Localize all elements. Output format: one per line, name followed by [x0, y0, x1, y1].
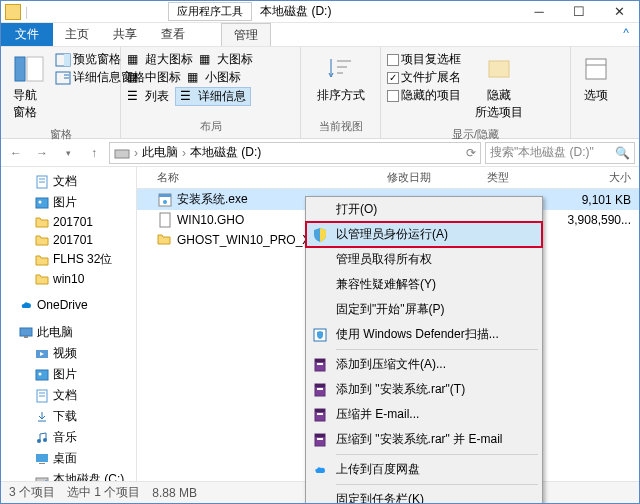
tree-item[interactable]: 文档 [1, 171, 136, 192]
menu-item[interactable]: 打开(O) [306, 197, 542, 222]
svg-rect-40 [315, 359, 325, 362]
minimize-button[interactable]: ─ [519, 1, 559, 23]
view-tab[interactable]: 查看 [149, 23, 197, 46]
svg-rect-30 [36, 454, 48, 462]
search-input[interactable]: 搜索"本地磁盘 (D:)" 🔍 [485, 142, 635, 164]
home-tab[interactable]: 主页 [53, 23, 101, 46]
menu-item[interactable]: 添加到 "安装系统.rar"(T) [306, 377, 542, 402]
menu-item[interactable]: 以管理员身份运行(A) [306, 222, 542, 247]
svg-rect-50 [317, 438, 323, 440]
svg-rect-3 [64, 54, 70, 66]
share-tab[interactable]: 共享 [101, 23, 149, 46]
menu-item[interactable]: 兼容性疑难解答(Y) [306, 272, 542, 297]
layout-s[interactable]: ▦小图标 [187, 69, 241, 86]
svg-rect-31 [39, 463, 45, 464]
svg-point-23 [39, 372, 42, 375]
tree-item[interactable]: 201701 [1, 213, 136, 231]
sort-icon [325, 53, 357, 85]
tree-item[interactable]: 此电脑 [1, 322, 136, 343]
tree-item[interactable]: 图片 [1, 192, 136, 213]
checkbox-icon [387, 90, 399, 102]
doc-icon [35, 175, 49, 189]
menu-separator [336, 349, 538, 350]
tree-item[interactable]: 文档 [1, 385, 136, 406]
defender-icon [312, 327, 328, 343]
menu-item[interactable]: 压缩到 "安装系统.rar" 并 E-mail [306, 427, 542, 452]
tree-item[interactable]: 桌面 [1, 448, 136, 469]
ribbon-collapse-icon[interactable]: ^ [613, 23, 639, 46]
maximize-button[interactable]: ☐ [559, 1, 599, 23]
xl-icon: ▦ [127, 52, 143, 68]
svg-rect-0 [15, 57, 25, 81]
svg-point-28 [37, 439, 41, 443]
pc-icon [19, 326, 33, 340]
svg-rect-20 [24, 336, 28, 338]
close-button[interactable]: ✕ [599, 1, 639, 23]
video-icon [35, 347, 49, 361]
col-type[interactable]: 类型 [479, 167, 559, 188]
menu-item[interactable]: 固定到"开始"屏幕(P) [306, 297, 542, 322]
column-headers[interactable]: 名称 修改日期 类型 大小 [137, 167, 639, 189]
menu-item[interactable]: 使用 Windows Defender扫描... [306, 322, 542, 347]
svg-rect-13 [115, 150, 129, 158]
svg-rect-35 [159, 194, 171, 197]
rar-icon [312, 432, 328, 448]
tree-item[interactable]: 201701 [1, 231, 136, 249]
options-button[interactable]: 选项 [575, 49, 617, 108]
doc-icon [35, 389, 49, 403]
manage-tab[interactable]: 管理 [221, 23, 271, 46]
col-size[interactable]: 大小 [559, 167, 639, 188]
nav-pane-button[interactable]: 导航窗格 [5, 49, 53, 125]
file-icon [157, 212, 173, 228]
folder-icon [35, 272, 49, 286]
nav-pane-icon [13, 53, 45, 85]
recent-button[interactable]: ▾ [57, 142, 79, 164]
selection-size: 8.88 MB [152, 486, 197, 500]
forward-button[interactable]: → [31, 142, 53, 164]
extensions-toggle[interactable]: ✓文件扩展名 [387, 69, 461, 86]
onedrive-icon [19, 298, 33, 312]
tree-item[interactable]: 音乐 [1, 427, 136, 448]
menu-item[interactable]: 固定到任务栏(K) [306, 487, 542, 504]
refresh-icon[interactable]: ⟳ [466, 146, 476, 160]
nav-tree[interactable]: 文档图片201701201701FLHS 32位win10OneDrive此电脑… [1, 167, 137, 481]
hidden-toggle[interactable]: 隐藏的项目 [387, 87, 461, 104]
menu-item[interactable]: 上传到百度网盘 [306, 457, 542, 482]
tree-item[interactable]: FLHS 32位 [1, 249, 136, 270]
svg-rect-47 [317, 413, 323, 415]
rar-icon [312, 382, 328, 398]
preview-pane-icon [55, 52, 71, 68]
tree-item[interactable]: win10 [1, 270, 136, 288]
svg-rect-19 [20, 328, 32, 336]
col-date[interactable]: 修改日期 [379, 167, 479, 188]
back-button[interactable]: ← [5, 142, 27, 164]
tree-item[interactable]: OneDrive [1, 296, 136, 314]
menu-item[interactable]: 管理员取得所有权 [306, 247, 542, 272]
menu-item[interactable]: 压缩并 E-mail... [306, 402, 542, 427]
layout-details[interactable]: ☰详细信息 [175, 87, 251, 106]
detail-pane-icon [55, 70, 71, 86]
details-icon: ☰ [180, 89, 196, 105]
svg-rect-44 [317, 388, 323, 390]
music-icon [35, 431, 49, 445]
tree-item[interactable]: 下载 [1, 406, 136, 427]
up-button[interactable]: ↑ [83, 142, 105, 164]
ribbon: 导航窗格 预览窗格 详细信息窗格 窗格 ▦超大图标 ▦大图标 ▦中图标 ▦小图标… [1, 47, 639, 139]
address-input[interactable]: › 此电脑 › 本地磁盘 (D:) ⟳ [109, 142, 481, 164]
tree-item[interactable]: 本地磁盘 (C:) [1, 469, 136, 481]
layout-l[interactable]: ▦大图标 [199, 51, 253, 68]
layout-xl[interactable]: ▦超大图标 [127, 51, 193, 68]
tree-item[interactable]: 图片 [1, 364, 136, 385]
file-tab[interactable]: 文件 [1, 23, 53, 46]
folder-icon [35, 253, 49, 267]
hide-selected-button[interactable]: 隐藏 所选项目 [467, 49, 531, 125]
checkboxes-toggle[interactable]: 项目复选框 [387, 51, 461, 68]
menu-item[interactable]: 添加到压缩文件(A)... [306, 352, 542, 377]
col-name[interactable]: 名称 [137, 167, 379, 188]
layout-m[interactable]: ▦中图标 [127, 69, 181, 86]
menubar: 文件 主页 共享 查看 管理 ^ [1, 23, 639, 47]
sort-button[interactable]: 排序方式 [305, 49, 376, 108]
layout-list[interactable]: ☰列表 [127, 87, 169, 106]
tree-item[interactable]: 视频 [1, 343, 136, 364]
address-bar: ← → ▾ ↑ › 此电脑 › 本地磁盘 (D:) ⟳ 搜索"本地磁盘 (D:)… [1, 139, 639, 167]
